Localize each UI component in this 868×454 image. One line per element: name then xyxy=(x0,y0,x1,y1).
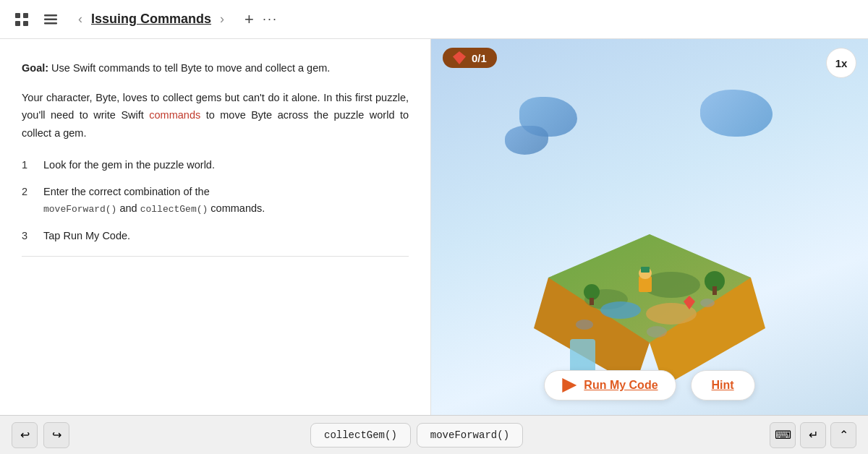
play-icon xyxy=(562,378,576,393)
chevron-up-button[interactable]: ⌃ xyxy=(830,422,856,448)
steps-list: 1 Look for the gem in the puzzle world. … xyxy=(22,157,409,244)
code-input-area[interactable] xyxy=(22,265,409,301)
svg-point-27 xyxy=(647,326,667,338)
redo-button[interactable]: ↪ xyxy=(43,422,69,448)
add-button[interactable]: + xyxy=(244,10,254,29)
step-1: 1 Look for the gem in the puzzle world. xyxy=(22,157,409,174)
island-base xyxy=(527,227,773,372)
move-forward-button[interactable]: moveForward() xyxy=(417,423,523,447)
bottom-right-icons: ⌨ ↵ ⌃ xyxy=(770,422,856,448)
step-1-text: Look for the gem in the puzzle world. xyxy=(43,157,409,174)
step-2-content: Enter the correct combination of the mov… xyxy=(43,184,409,218)
page-title: Issuing Commands xyxy=(91,12,211,27)
svg-rect-6 xyxy=(44,22,57,25)
divider xyxy=(22,256,409,257)
gem-icon xyxy=(453,51,466,64)
next-arrow[interactable]: › xyxy=(217,9,227,30)
svg-rect-19 xyxy=(641,267,650,273)
floating-rock-2 xyxy=(505,126,548,155)
commands-link[interactable]: commands xyxy=(149,109,200,121)
list-view-button[interactable] xyxy=(41,9,61,30)
step-2-text-after: commands. xyxy=(210,202,265,214)
score-badge: 0/1 xyxy=(443,48,497,68)
score-display: 0/1 xyxy=(472,52,487,64)
step-3-text: Tap Run My Code. xyxy=(43,228,409,244)
step-3-num: 3 xyxy=(22,228,35,244)
left-panel: Goal: Use Swift commands to tell Byte to… xyxy=(0,39,431,415)
svg-point-22 xyxy=(700,299,715,307)
grid-view-button[interactable] xyxy=(12,9,32,30)
collect-gem-button[interactable]: collectGem() xyxy=(310,423,411,447)
svg-rect-3 xyxy=(23,21,28,26)
step-2-code2: collectGem() xyxy=(140,204,208,215)
bottom-toolbar: ↩ ↪ collectGem() moveForward() ⌨ ↵ ⌃ xyxy=(0,415,868,454)
run-btn-label: Run My Code xyxy=(584,379,658,392)
step-3: 3 Tap Run My Code. xyxy=(22,228,409,244)
svg-point-16 xyxy=(600,301,641,319)
svg-rect-24 xyxy=(712,286,717,295)
svg-rect-2 xyxy=(15,21,20,26)
svg-point-21 xyxy=(576,320,593,330)
redo-icon: ↪ xyxy=(52,428,61,442)
step-2-code1: moveForward() xyxy=(43,204,116,215)
svg-point-25 xyxy=(584,284,600,300)
main-area: Goal: Use Swift commands to tell Byte to… xyxy=(0,39,868,415)
keyboard-button[interactable]: ⌨ xyxy=(770,422,796,448)
speed-label: 1x xyxy=(835,57,848,69)
prev-arrow[interactable]: ‹ xyxy=(75,9,85,30)
goal-label: Goal: xyxy=(22,62,48,74)
more-options-button[interactable]: ··· xyxy=(263,12,278,27)
step-2-num: 2 xyxy=(22,184,35,200)
goal-paragraph: Goal: Use Swift commands to tell Byte to… xyxy=(22,59,409,77)
action-buttons: Run My Code Hint xyxy=(512,370,787,401)
floating-rock-3 xyxy=(700,90,773,137)
instructions-content: Goal: Use Swift commands to tell Byte to… xyxy=(0,39,430,415)
return-icon: ↵ xyxy=(809,428,818,442)
svg-rect-4 xyxy=(44,14,57,17)
hint-button[interactable]: Hint xyxy=(691,370,755,401)
svg-rect-1 xyxy=(23,13,28,18)
undo-icon: ↩ xyxy=(20,428,30,442)
svg-rect-5 xyxy=(44,18,57,20)
speed-badge[interactable]: 1x xyxy=(826,48,856,78)
intro-paragraph: Your character, Byte, loves to collect g… xyxy=(22,89,409,142)
keyboard-icon: ⌨ xyxy=(775,428,791,442)
step-2: 2 Enter the correct combination of the m… xyxy=(22,184,409,218)
step-2-text-mid: and xyxy=(119,202,140,214)
top-toolbar: ‹ Issuing Commands › + ··· xyxy=(0,0,868,39)
step-2-text-before: Enter the correct combination of the xyxy=(43,186,210,197)
chevron-up-icon: ⌃ xyxy=(839,428,848,442)
return-button[interactable]: ↵ xyxy=(800,422,826,448)
undo-button[interactable]: ↩ xyxy=(12,422,38,448)
run-my-code-button[interactable]: Run My Code xyxy=(544,370,676,401)
right-panel: 0/1 1x xyxy=(431,39,868,415)
svg-rect-26 xyxy=(590,298,594,305)
island-scene xyxy=(498,82,801,393)
svg-rect-0 xyxy=(15,13,20,18)
step-1-num: 1 xyxy=(22,157,35,174)
nav-controls: ‹ Issuing Commands › xyxy=(75,9,227,30)
goal-body: Use Swift commands to tell Byte to move … xyxy=(48,62,330,74)
